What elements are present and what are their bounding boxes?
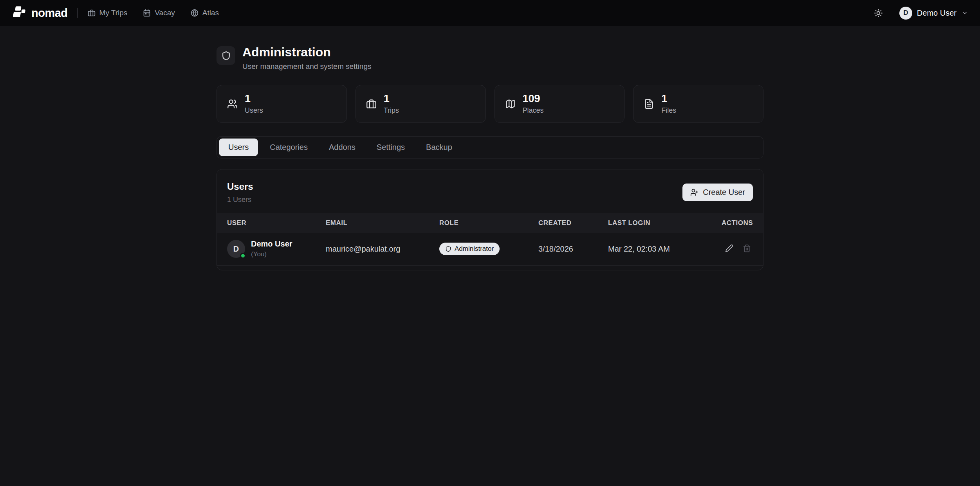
trash-icon — [743, 244, 751, 252]
nav-link-label: Vacay — [155, 9, 175, 17]
edit-user-button[interactable] — [723, 242, 735, 254]
col-header-role: ROLE — [439, 219, 538, 227]
nav-link-my-trips[interactable]: My Trips — [88, 9, 128, 17]
nomad-logo-icon — [12, 5, 27, 20]
nav-divider — [77, 8, 78, 18]
tab-addons[interactable]: Addons — [319, 139, 365, 156]
stat-text: 109 Places — [523, 93, 544, 115]
page-header-text: Administration User management and syste… — [242, 45, 372, 71]
stat-value: 109 — [523, 93, 544, 105]
users-panel-header: Users 1 Users Create User — [217, 169, 763, 213]
tab-backup[interactable]: Backup — [417, 139, 462, 156]
page-subtitle: User management and system settings — [242, 62, 372, 71]
role-cell: Administrator — [439, 243, 538, 255]
col-header-last-login: LAST LOGIN — [608, 219, 702, 227]
avatar: D — [899, 7, 912, 20]
globe-icon — [191, 9, 199, 17]
admin-page: Administration User management and syste… — [217, 26, 763, 270]
stats-row: 1 Users 1 Trips 109 Places 1 Files — [217, 85, 763, 123]
pencil-icon — [725, 244, 733, 252]
chevron-down-icon — [961, 9, 968, 16]
table-row: D Demo User (You) maurice@pakulat.org Ad… — [217, 233, 763, 266]
briefcase-icon — [366, 99, 377, 109]
role-badge: Administrator — [439, 243, 500, 255]
page-header: Administration User management and syste… — [217, 45, 763, 71]
stat-card-trips: 1 Trips — [356, 85, 486, 123]
role-badge-label: Administrator — [455, 245, 494, 253]
users-panel: Users 1 Users Create User USER EMAIL ROL… — [217, 169, 763, 270]
panel-subtitle: 1 Users — [227, 196, 253, 204]
stat-card-users: 1 Users — [217, 85, 347, 123]
user-cell: D Demo User (You) — [227, 239, 326, 258]
stat-card-places: 109 Places — [495, 85, 625, 123]
shield-icon — [221, 51, 231, 61]
map-icon — [505, 99, 516, 109]
user-row-you-badge: (You) — [251, 250, 292, 258]
panel-title: Users — [227, 181, 253, 192]
file-text-icon — [644, 99, 654, 109]
calendar-icon — [143, 9, 151, 17]
col-header-created: CREATED — [538, 219, 608, 227]
user-name-group: Demo User (You) — [251, 239, 292, 258]
user-row-name: Demo User — [251, 239, 292, 248]
nav-link-label: Atlas — [202, 9, 219, 17]
online-status-dot — [240, 253, 246, 259]
email-cell: maurice@pakulat.org — [326, 245, 439, 254]
col-header-user: USER — [227, 219, 326, 227]
users-icon — [227, 99, 238, 109]
stat-label: Files — [661, 106, 676, 115]
navbar-right: D Demo User — [872, 6, 968, 20]
stat-card-files: 1 Files — [633, 85, 763, 123]
admin-tabs: Users Categories Addons Settings Backup — [217, 136, 763, 158]
user-name: Demo User — [917, 9, 957, 18]
nav-link-label: My Trips — [99, 9, 128, 17]
users-table-header: USER EMAIL ROLE CREATED LAST LOGIN ACTIO… — [217, 213, 763, 233]
tab-users[interactable]: Users — [219, 139, 258, 156]
stat-value: 1 — [661, 93, 676, 105]
nav-links: My Trips Vacay Atlas — [88, 9, 219, 17]
stat-text: 1 Files — [661, 93, 676, 115]
brand-logo[interactable]: nomad — [12, 5, 68, 20]
actions-cell — [702, 242, 753, 256]
page-title: Administration — [242, 45, 372, 59]
nav-link-atlas[interactable]: Atlas — [191, 9, 219, 17]
users-panel-title-group: Users 1 Users — [227, 181, 253, 204]
sun-icon — [874, 9, 883, 18]
created-cell: 3/18/2026 — [538, 245, 608, 254]
brand-name: nomad — [31, 7, 68, 20]
theme-toggle-button[interactable] — [872, 6, 885, 20]
delete-user-button[interactable] — [741, 242, 753, 254]
last-login-cell: Mar 22, 02:03 AM — [608, 245, 702, 254]
nav-link-vacay[interactable]: Vacay — [143, 9, 175, 17]
user-plus-icon — [690, 188, 698, 196]
create-user-label: Create User — [703, 188, 745, 197]
tab-settings[interactable]: Settings — [367, 139, 414, 156]
stat-value: 1 — [384, 93, 399, 105]
stat-text: 1 Trips — [384, 93, 399, 115]
shield-iconbox — [217, 46, 235, 65]
shield-icon — [445, 246, 451, 252]
stat-label: Trips — [384, 106, 399, 115]
stat-label: Places — [523, 106, 544, 115]
create-user-button[interactable]: Create User — [682, 184, 753, 201]
col-header-email: EMAIL — [326, 219, 439, 227]
briefcase-icon — [88, 9, 96, 17]
top-navbar: nomad My Trips Vacay Atlas D Demo User — [0, 0, 980, 26]
avatar: D — [227, 240, 245, 258]
stat-text: 1 Users — [245, 93, 263, 115]
tab-categories[interactable]: Categories — [260, 139, 317, 156]
col-header-actions: ACTIONS — [702, 219, 753, 227]
stat-label: Users — [245, 106, 263, 115]
stat-value: 1 — [245, 93, 263, 105]
user-menu[interactable]: D Demo User — [899, 7, 968, 20]
